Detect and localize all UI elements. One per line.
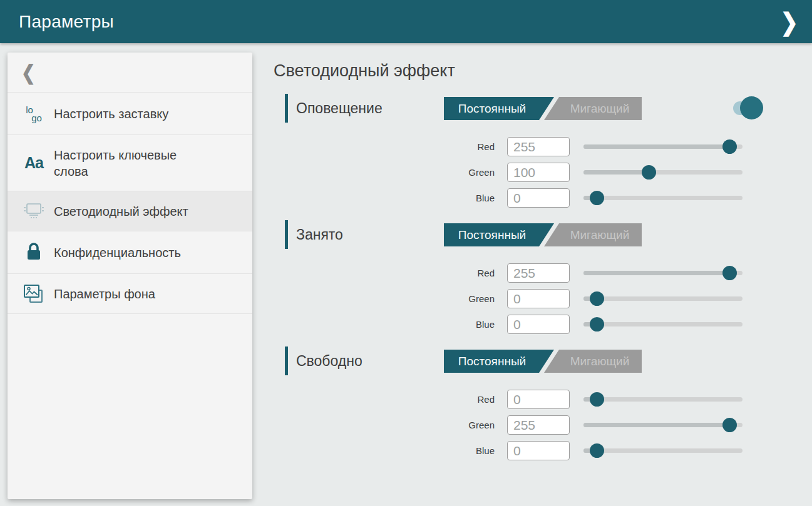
slider-track: [583, 296, 743, 301]
rgb-row-red: Red: [274, 387, 782, 412]
page-title: Параметры: [19, 12, 114, 32]
rgb-rows: Red Green Blue: [274, 387, 782, 463]
rgb-row-blue: Blue: [274, 311, 782, 337]
mode-option-blinking[interactable]: Мигающий: [544, 223, 642, 246]
slider-track: [583, 448, 743, 453]
red-value-input[interactable]: [507, 137, 570, 156]
mode-option-constant[interactable]: Постоянный: [444, 97, 554, 120]
section-accent-bar: [285, 220, 288, 249]
led-monitor-icon: [21, 198, 46, 225]
green-value-input[interactable]: [507, 415, 570, 435]
slider-thumb[interactable]: [722, 266, 737, 280]
images-icon: [21, 280, 46, 308]
sections: Оповещение Постоянный Мигающий Red: [274, 94, 782, 463]
red-value-input[interactable]: [507, 263, 570, 283]
channel-label: Blue: [451, 319, 495, 330]
channel-label: Green: [451, 167, 495, 178]
red-slider[interactable]: [583, 392, 743, 407]
rgb-rows: Red Green Blue: [274, 260, 782, 337]
slider-track: [583, 196, 743, 200]
sidebar-item-splash-screen[interactable]: logo Настроить заставку: [8, 93, 252, 135]
green-slider[interactable]: [583, 291, 743, 306]
toggle-thumb: [740, 96, 763, 119]
sidebar-item-label: Настроить заставку: [54, 106, 168, 122]
mode-segmented-control: Постоянный Мигающий: [444, 97, 642, 120]
section-enable-toggle[interactable]: [733, 94, 764, 123]
mode-segmented-control: Постоянный Мигающий: [444, 223, 642, 246]
sidebar-back-button[interactable]: ❮: [8, 53, 252, 93]
slider-thumb[interactable]: [642, 165, 656, 180]
rgb-row-blue: Blue: [274, 185, 782, 211]
sidebar-item-label: Параметры фона: [54, 286, 155, 302]
slider-thumb[interactable]: [722, 418, 737, 432]
section-title: Свободно: [296, 347, 362, 375]
rgb-row-green: Green: [274, 159, 782, 185]
section-accent-bar: [285, 347, 288, 375]
led-section: Занято Постоянный Мигающий Red Green: [274, 220, 782, 337]
rgb-row-green: Green: [274, 412, 782, 438]
slider-thumb[interactable]: [590, 191, 604, 205]
slider-fill: [583, 144, 729, 149]
section-header: Оповещение Постоянный Мигающий: [274, 94, 782, 123]
led-section: Оповещение Постоянный Мигающий Red: [274, 94, 782, 211]
slider-thumb[interactable]: [590, 443, 604, 458]
green-value-input[interactable]: [507, 289, 570, 308]
section-header: Занято Постоянный Мигающий: [274, 220, 782, 249]
channel-label: Red: [451, 394, 495, 405]
red-value-input[interactable]: [507, 390, 570, 409]
channel-label: Blue: [451, 193, 495, 203]
slider-thumb[interactable]: [590, 317, 604, 331]
blue-slider[interactable]: [583, 317, 743, 332]
sidebar-item-privacy[interactable]: Конфиденциальность: [8, 231, 252, 274]
mode-segmented-control: Постоянный Мигающий: [444, 350, 642, 373]
sidebar-item-label: Светодиодный эффект: [54, 203, 188, 220]
chevron-right-icon[interactable]: ❯: [781, 9, 799, 34]
green-value-input[interactable]: [507, 163, 570, 182]
red-slider[interactable]: [583, 266, 743, 281]
mode-option-blinking[interactable]: Мигающий: [544, 97, 642, 120]
channel-label: Blue: [451, 445, 495, 456]
green-slider[interactable]: [583, 418, 743, 433]
channel-label: Green: [451, 293, 495, 304]
channel-label: Green: [451, 420, 495, 430]
sidebar-item-label: Конфиденциальность: [54, 245, 181, 261]
settings-sidebar: ❮ logo Настроить заставку Aa Настроить к…: [8, 53, 252, 499]
lock-icon: [21, 239, 46, 266]
section-title: Занято: [296, 220, 343, 249]
rgb-row-red: Red: [274, 134, 782, 159]
channel-label: Red: [451, 268, 495, 278]
led-effect-panel: Светодиодный эффект Оповещение Постоянны…: [274, 53, 782, 463]
chevron-left-icon: ❮: [21, 60, 36, 84]
section-header: Свободно Постоянный Мигающий: [274, 347, 782, 375]
slider-thumb[interactable]: [722, 139, 737, 154]
sidebar-item-keywords[interactable]: Aa Настроить ключевые слова: [8, 135, 252, 191]
sidebar-item-led-effect[interactable]: Светодиодный эффект: [8, 191, 252, 231]
blue-value-input[interactable]: [507, 188, 570, 208]
blue-slider[interactable]: [583, 191, 743, 206]
slider-fill: [583, 170, 649, 175]
sidebar-item-background[interactable]: Параметры фона: [8, 274, 252, 314]
blue-value-input[interactable]: [507, 315, 570, 334]
mode-option-blinking[interactable]: Мигающий: [544, 350, 642, 373]
slider-thumb[interactable]: [590, 291, 604, 306]
section-title: Оповещение: [296, 94, 383, 123]
section-accent-bar: [285, 94, 288, 123]
rgb-row-green: Green: [274, 286, 782, 311]
panel-title: Светодиодный эффект: [274, 61, 782, 81]
rgb-row-red: Red: [274, 260, 782, 286]
led-section: Свободно Постоянный Мигающий Red Green: [274, 347, 782, 463]
channel-label: Red: [451, 141, 495, 152]
slider-fill: [583, 423, 729, 427]
blue-value-input[interactable]: [507, 441, 570, 460]
mode-option-constant[interactable]: Постоянный: [444, 350, 554, 373]
mode-option-constant[interactable]: Постоянный: [444, 223, 554, 246]
slider-thumb[interactable]: [590, 392, 604, 407]
blue-slider[interactable]: [583, 443, 743, 458]
slider-track: [583, 322, 743, 326]
red-slider[interactable]: [583, 139, 743, 154]
rgb-row-blue: Blue: [274, 438, 782, 463]
logo-icon: logo: [21, 100, 46, 128]
slider-fill: [583, 271, 729, 275]
rgb-rows: Red Green Blue: [274, 134, 782, 211]
green-slider[interactable]: [583, 165, 743, 180]
